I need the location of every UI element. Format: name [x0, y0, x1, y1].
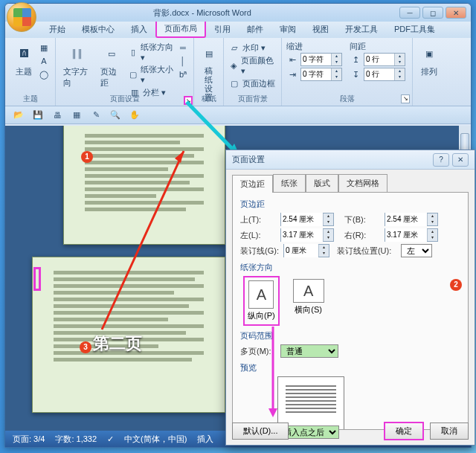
status-check-icon[interactable]: ✓: [107, 434, 114, 444]
space-before-input[interactable]: [364, 56, 394, 64]
annotation-badge-3: 3: [80, 341, 91, 353]
range-section-label: 页码范围: [240, 330, 460, 341]
tab-pdf[interactable]: PDF工具集: [386, 21, 443, 38]
tab-mailings[interactable]: 邮件: [239, 21, 271, 38]
spin-up[interactable]: ▴: [331, 68, 341, 74]
qat-hand[interactable]: ✋: [127, 108, 142, 123]
para-launcher[interactable]: ↘: [401, 94, 410, 103]
right-input[interactable]: [385, 228, 427, 242]
annotation-badge-2: 2: [450, 279, 462, 291]
spin-up[interactable]: ▴: [394, 68, 405, 74]
indent-right[interactable]: ⇥▴▾: [286, 67, 342, 82]
dialog-help-button[interactable]: ?: [433, 153, 449, 167]
page-setup-launcher[interactable]: ↘: [184, 96, 193, 105]
quick-access-toolbar: 📂 💾 🖶 ▦ ✎ 🔍 ✋: [5, 106, 471, 124]
office-orb[interactable]: [7, 2, 36, 32]
spin-down[interactable]: ▾: [331, 60, 341, 65]
tab-references[interactable]: 引用: [206, 21, 239, 38]
group-page-bg-label: 页面背景: [224, 94, 281, 104]
qat-zoom[interactable]: 🔍: [108, 108, 123, 123]
dtab-grid[interactable]: 文档网格: [338, 174, 387, 192]
space-after[interactable]: ↧▴▾: [350, 67, 405, 82]
theme-colors[interactable]: ▦: [38, 41, 50, 54]
qat-open[interactable]: 📂: [11, 108, 26, 123]
indent-left[interactable]: ⇤▴▾: [286, 52, 342, 67]
themes-label: 主题: [16, 66, 32, 77]
minimize-button[interactable]: ─: [399, 7, 420, 19]
theme-effects[interactable]: ◯: [38, 68, 50, 81]
dialog-title-bar[interactable]: 页面设置 ? ✕: [226, 150, 475, 170]
status-words[interactable]: 字数: 1,332: [55, 434, 97, 445]
indent-right-icon: ⇥: [286, 68, 298, 80]
orientation-button[interactable]: ▯纸张方向 ▾: [129, 41, 174, 63]
themes-button[interactable]: 🅰主题: [10, 41, 38, 81]
status-lang[interactable]: 中文(简体，中国): [124, 434, 187, 445]
status-insert[interactable]: 插入: [197, 434, 213, 445]
tab-review[interactable]: 审阅: [271, 21, 304, 38]
indent-left-input[interactable]: [301, 56, 331, 64]
dialog-close-button[interactable]: ✕: [452, 153, 469, 167]
orientation-section-label: 纸张方向: [240, 262, 460, 273]
text-dir-label: 文字方向: [63, 66, 91, 89]
ok-button[interactable]: 确定: [384, 422, 424, 440]
top-input[interactable]: [281, 213, 323, 226]
size-button[interactable]: ▢纸张大小 ▾: [129, 63, 174, 86]
tab-home[interactable]: 开始: [41, 21, 74, 38]
spin-down[interactable]: ▾: [394, 74, 405, 80]
dtab-paper[interactable]: 纸张: [273, 174, 306, 192]
gutter-pos-select[interactable]: 左: [401, 244, 432, 257]
spin-up[interactable]: ▴: [394, 54, 405, 60]
left-input[interactable]: [281, 228, 323, 242]
group-para-label: 段落: [282, 94, 412, 104]
text-direction-button[interactable]: ║║文字方向: [60, 41, 94, 99]
tab-template[interactable]: 模板中心: [74, 21, 123, 38]
dtab-margins[interactable]: 页边距: [232, 175, 273, 193]
qat-pen[interactable]: ✎: [89, 108, 103, 123]
landscape-option[interactable]: A横向(S): [290, 276, 327, 326]
effects-icon: ◯: [38, 68, 50, 80]
gutter-input[interactable]: [284, 244, 318, 257]
space-before[interactable]: ↥▴▾: [350, 52, 405, 67]
indent-right-input[interactable]: [301, 71, 331, 79]
dtab-layout[interactable]: 版式: [306, 174, 338, 192]
status-page[interactable]: 页面: 3/4: [13, 434, 45, 445]
font-icon: A: [38, 55, 50, 67]
tab-insert[interactable]: 插入: [123, 21, 155, 38]
spin-down[interactable]: ▾: [394, 60, 405, 65]
default-button[interactable]: 默认(D)...: [232, 423, 289, 440]
space-after-input[interactable]: [364, 71, 394, 79]
bottom-input[interactable]: [385, 213, 427, 226]
multi-select[interactable]: 普通: [280, 344, 338, 358]
qat-print[interactable]: 🖶: [50, 108, 65, 123]
margins-button[interactable]: ▭页边距: [97, 41, 126, 99]
indent-header: 缩进: [286, 41, 342, 52]
maximize-button[interactable]: ◻: [422, 7, 443, 19]
tab-view[interactable]: 视图: [304, 21, 337, 38]
page-color-button[interactable]: ◈页面颜色 ▾: [228, 54, 277, 77]
spin-up[interactable]: ▴: [331, 54, 341, 60]
qat-save[interactable]: 💾: [30, 108, 45, 123]
hyphenation-button[interactable]: bª: [177, 68, 189, 81]
page-setup-dialog: 页面设置 ? ✕ 页边距 纸张 版式 文档网格 页边距 上(T):▴▾ 下(B)…: [225, 150, 475, 446]
tab-page-layout[interactable]: 页面布局: [155, 19, 206, 38]
left-label: 左(L):: [240, 230, 276, 241]
close-button[interactable]: ✕: [446, 7, 466, 19]
breaks-button[interactable]: ═: [177, 41, 189, 54]
cancel-button[interactable]: 取消: [430, 423, 469, 440]
size-icon: ▢: [129, 68, 139, 80]
dialog-tabs: 页边距 纸张 版式 文档网格: [226, 170, 475, 192]
watermark-button[interactable]: ▱水印 ▾: [228, 41, 277, 54]
theme-fonts[interactable]: A: [38, 54, 50, 68]
group-themes-label: 主题: [5, 94, 55, 104]
group-manuscript-label: 稿纸: [194, 94, 223, 104]
arrange-button[interactable]: ▣排列: [417, 41, 441, 79]
spin-down[interactable]: ▾: [331, 74, 341, 80]
page-borders-button[interactable]: ▢页面边框: [228, 77, 277, 90]
annotation-badge-1: 1: [81, 151, 93, 163]
line-numbers-button[interactable]: │: [177, 54, 189, 68]
portrait-option[interactable]: A纵向(P): [243, 276, 280, 326]
qat-table[interactable]: ▦: [69, 108, 84, 123]
landscape-icon: A: [293, 279, 324, 303]
tab-developer[interactable]: 开发工具: [337, 21, 386, 38]
portrait-icon: A: [248, 280, 274, 309]
